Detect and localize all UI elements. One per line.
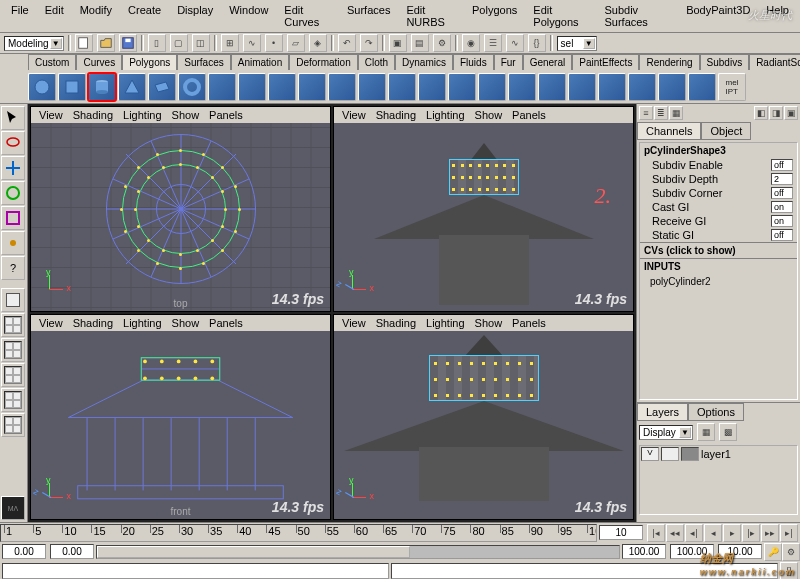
poly-fill-icon[interactable] [598,73,626,101]
layout-a-icon[interactable] [1,338,25,362]
tab-channels[interactable]: Channels [637,122,701,140]
poly-split-icon[interactable] [478,73,506,101]
menu-modify[interactable]: Modify [73,2,119,30]
menu-file[interactable]: File [4,2,36,30]
shelf-tab-rendering[interactable]: Rendering [639,54,699,70]
attr-value[interactable]: off [771,229,793,241]
scale-tool-icon[interactable] [1,206,25,230]
menu-help[interactable]: Help [759,2,796,30]
layer-display-dropdown[interactable]: Display [639,425,693,440]
vp-menu-shading[interactable]: Shading [69,108,117,122]
menu-bodypaint3d[interactable]: BodyPaint3D [679,2,757,30]
poly-append-icon[interactable] [628,73,656,101]
poly-torus-icon[interactable] [178,73,206,101]
tab-object[interactable]: Object [701,122,751,140]
shelf-tab-animation[interactable]: Animation [231,54,289,70]
menu-edit[interactable]: Edit [38,2,71,30]
go-end-icon[interactable]: ▸| [780,524,798,542]
current-time-field[interactable]: 10.00 [718,544,762,559]
frame-fwd-icon[interactable]: |▸ [742,524,760,542]
menu-polygons[interactable]: Polygons [465,2,524,30]
new-layer-sel-icon[interactable]: ▩ [719,423,737,441]
layer-color-swatch[interactable] [681,447,699,461]
poly-extract-icon[interactable] [328,73,356,101]
select-by-component-icon[interactable]: ◫ [192,34,210,52]
save-scene-icon[interactable] [119,34,137,52]
range-thumb[interactable] [97,546,410,558]
viewport-canvas[interactable]: /* verts placed via js below */ top 14.3… [31,123,330,311]
menu-display[interactable]: Display [170,2,220,30]
range-start-field[interactable]: 0.00 [50,544,94,559]
lasso-tool-icon[interactable] [1,131,25,155]
viewport-side[interactable]: ViewShadingLightingShowPanels 14.3 fps [333,314,634,520]
shelf-tab-fluids[interactable]: Fluids [453,54,494,70]
channel-icon[interactable]: ▦ [669,106,683,120]
poly-mirror-icon[interactable] [688,73,716,101]
vp-menu-panels[interactable]: Panels [205,108,247,122]
move-tool-icon[interactable] [1,156,25,180]
attr-value[interactable]: 2 [771,173,793,185]
layer-type-toggle[interactable] [661,447,679,461]
menu-create[interactable]: Create [121,2,168,30]
script-editor-button-icon[interactable]: {} [780,562,798,579]
play-fwd-icon[interactable]: ▸ [723,524,741,542]
menu-edit-curves[interactable]: Edit Curves [277,2,338,30]
layer-row[interactable]: V layer1 [640,446,797,462]
attr-value[interactable]: off [771,159,793,171]
poly-pipe-icon[interactable] [268,73,296,101]
current-frame-field[interactable]: 10 [599,525,643,540]
new-scene-icon[interactable] [75,34,93,52]
snap-curve-icon[interactable]: ∿ [243,34,261,52]
poly-merge-icon[interactable] [538,73,566,101]
time-slider[interactable]: 1510152025303540455055606570758085909510… [0,522,800,543]
tab-options[interactable]: Options [688,403,744,421]
poly-cube-icon[interactable] [58,73,86,101]
render-globals-icon[interactable]: ⚙ [433,34,451,52]
range-end-field[interactable]: 100.00 [622,544,666,559]
snap-grid-icon[interactable]: ⊞ [221,34,239,52]
input-node[interactable]: polyCylinder2 [640,274,797,289]
shelf-tab-deformation[interactable]: Deformation [289,54,357,70]
shape-name[interactable]: pCylinderShape3 [640,143,797,158]
selection-mask-dropdown[interactable]: sel [557,36,597,51]
last-tool-icon[interactable]: ? [1,256,25,280]
viewport-canvas[interactable]: 2. 14.3 fps [334,123,633,311]
attr-value[interactable]: off [771,187,793,199]
vp-menu-show[interactable]: Show [168,108,204,122]
frame-back-icon[interactable]: ◂| [685,524,703,542]
shelf-tab-subdivs[interactable]: Subdivs [700,54,750,70]
cvs-section[interactable]: CVs (click to show) [640,242,797,258]
mode-dropdown[interactable]: Modeling [4,36,64,51]
snap-point-icon[interactable]: • [265,34,283,52]
vp-menu-view[interactable]: View [35,108,67,122]
open-scene-icon[interactable] [97,34,115,52]
ipr-render-icon[interactable]: ▤ [411,34,429,52]
shelf-tab-dynamics[interactable]: Dynamics [395,54,453,70]
channel-icon[interactable]: ≡ [639,106,653,120]
poly-cylinder-icon[interactable] [88,73,116,101]
poly-prism-icon[interactable] [208,73,236,101]
menu-surfaces[interactable]: Surfaces [340,2,397,30]
render-icon[interactable]: ▣ [389,34,407,52]
layout-c-icon[interactable] [1,388,25,412]
shelf-tab-curves[interactable]: Curves [76,54,122,70]
step-back-icon[interactable]: ◂◂ [666,524,684,542]
viewport-canvas[interactable]: front 14.3 fps [31,331,330,519]
shelf-tab-custom[interactable]: Custom [28,54,76,70]
poly-smooth-icon[interactable] [388,73,416,101]
range-track[interactable] [96,545,620,559]
menu-subdiv[interactable]: Subdiv Surfaces [597,2,677,30]
poly-extrude-icon[interactable] [418,73,446,101]
prefs-icon[interactable]: ⚙ [782,543,800,561]
channel-icon[interactable]: ◨ [769,106,783,120]
layout-b-icon[interactable] [1,363,25,387]
rotate-tool-icon[interactable] [1,181,25,205]
viewport-canvas[interactable]: 14.3 fps [334,331,633,519]
graph-editor-icon[interactable]: ∿ [506,34,524,52]
script-editor-icon[interactable]: {} [528,34,546,52]
shelf-tab-polygons[interactable]: Polygons [122,54,177,70]
four-view-icon[interactable] [1,313,25,337]
mel-script-icon[interactable]: melIPT [718,73,746,101]
poly-sphere-icon[interactable] [28,73,56,101]
channel-icon[interactable]: ◧ [754,106,768,120]
